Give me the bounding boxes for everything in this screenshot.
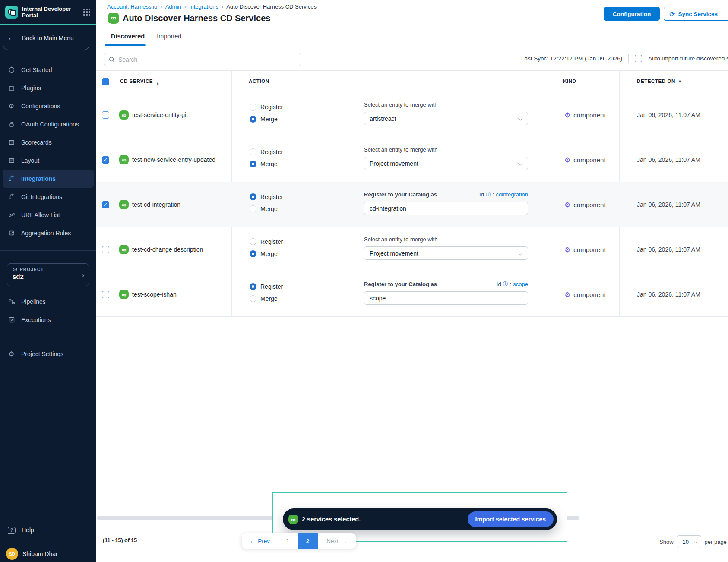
merge-option[interactable]: Merge (250, 205, 283, 212)
executions-icon (8, 316, 15, 324)
tab-imported[interactable]: Imported (157, 30, 181, 46)
radio-merge[interactable] (250, 161, 256, 167)
table-row: test-cd-integration Register Merge Regis… (96, 182, 728, 227)
configuration-button[interactable]: Configuration (604, 7, 660, 21)
git-integrations-icon (8, 193, 15, 201)
register-option[interactable]: Register (250, 104, 283, 111)
page-size-select[interactable]: 10 (677, 535, 701, 548)
merge-option[interactable]: Merge (250, 161, 283, 167)
avatar: SD (6, 548, 18, 560)
merge-entity-select[interactable]: Project movement (364, 157, 528, 170)
register-option[interactable]: Register (250, 148, 283, 155)
sidebar-item-project-settings[interactable]: ⚙ Project Settings (0, 345, 96, 363)
column-header-detected-on[interactable]: DETECTED ON▼ (637, 79, 682, 84)
merge-option[interactable]: Merge (250, 116, 283, 123)
radio-register[interactable] (250, 193, 256, 200)
register-option[interactable]: Register (250, 238, 283, 245)
sidebar-item-configurations[interactable]: ⚙ Configurations (0, 97, 96, 115)
service-name: test-scope-ishan (132, 291, 177, 298)
radio-register[interactable] (250, 148, 256, 155)
back-to-main-menu-button[interactable]: ← Back to Main Menu (3, 26, 89, 50)
merge-entity-select[interactable]: Project movement (364, 246, 528, 260)
sidebar-item-layout[interactable]: Layout (0, 152, 96, 170)
register-catalog-label: Register to your Catalog as (364, 191, 437, 198)
sidebar-item-aggregation-rules[interactable]: Aggregation Rules (0, 224, 96, 242)
page-2-button[interactable]: 2 (298, 533, 318, 549)
register-option[interactable]: Register (250, 283, 283, 290)
search-input[interactable] (118, 56, 297, 63)
breadcrumb-admin-link[interactable]: Admin (165, 3, 181, 10)
component-gear-icon: ⚙ (564, 290, 570, 299)
harness-cd-icon (108, 13, 119, 24)
row-checkbox[interactable] (102, 246, 109, 253)
per-page-label: per page (705, 539, 727, 545)
service-name: test-new-service-entry-updated (132, 156, 215, 163)
project-selector-card[interactable]: PROJECT sd2 › (7, 263, 89, 286)
harness-cd-icon (119, 200, 129, 209)
merge-option[interactable]: Merge (250, 250, 283, 257)
sidebar-item-scorecards[interactable]: Scorecards (0, 133, 96, 152)
service-name-cell: test-cd-change description (102, 227, 203, 272)
row-checkbox[interactable] (102, 111, 109, 119)
services-table: CD SERVICE▲▼ ACTION KIND DETECTED ON▼ te… (96, 70, 728, 316)
project-settings-icon: ⚙ (8, 350, 15, 358)
sidebar-item-pipelines[interactable]: Pipelines (0, 293, 96, 311)
chevron-down-icon (694, 540, 697, 543)
oauth-icon (8, 121, 15, 128)
auto-import-checkbox[interactable] (635, 55, 642, 62)
sidebar-item-git-integrations[interactable]: Git Integrations (0, 188, 96, 206)
action-radio-group: Register Merge (250, 104, 283, 123)
sidebar-item-oauth-configurations[interactable]: OAuth Configurations (0, 115, 96, 133)
page-1-button[interactable]: 1 (278, 533, 298, 549)
sidebar-divider (0, 338, 96, 338)
sidebar-item-get-started[interactable]: Get Started (0, 61, 96, 79)
search-icon (109, 57, 115, 63)
sidebar-item-plugins[interactable]: Plugins (0, 79, 96, 97)
sidebar-item-executions[interactable]: Executions (0, 311, 96, 329)
info-icon: ⓘ (503, 281, 508, 288)
id-line: Idⓘ : cdintegration (479, 191, 528, 198)
next-arrow-icon: → (341, 538, 347, 544)
row-checkbox[interactable] (102, 291, 109, 298)
scorecards-icon (8, 139, 15, 146)
help-button[interactable]: ? Help (0, 521, 96, 539)
catalog-name-input[interactable] (364, 291, 528, 305)
tab-bar: Discovered Imported (96, 30, 181, 46)
select-all-checkbox[interactable] (102, 78, 109, 85)
radio-merge[interactable] (250, 295, 256, 302)
row-checkbox[interactable] (102, 201, 109, 208)
user-menu[interactable]: SD Shibam Dhar (0, 545, 96, 562)
table-row: test-new-service-entry-updated Register … (96, 137, 728, 182)
sync-services-button[interactable]: ⟳ Sync Services (664, 7, 728, 21)
chevron-right-icon: › (82, 272, 84, 279)
row-checkbox[interactable] (102, 156, 109, 164)
merge-entity-select[interactable]: artistreact (364, 112, 528, 125)
action-radio-group: Register Merge (250, 238, 283, 257)
sidebar-item-integrations[interactable]: Integrations (3, 170, 94, 188)
merge-option[interactable]: Merge (250, 295, 283, 302)
radio-register[interactable] (250, 104, 256, 111)
radio-merge[interactable] (250, 205, 256, 212)
app-switcher-icon[interactable] (83, 9, 91, 16)
sidebar-item-url-allow-list[interactable]: URL Allow List (0, 206, 96, 224)
import-selected-services-button[interactable]: Import selected services (468, 511, 554, 527)
column-header-cd-service[interactable]: CD SERVICE▲▼ (120, 79, 159, 86)
radio-merge[interactable] (250, 116, 256, 123)
sort-desc-icon: ▼ (678, 79, 682, 84)
catalog-name-input[interactable] (364, 202, 528, 215)
breadcrumb-account-link[interactable]: Account: Harness.io (107, 3, 157, 10)
layout-icon (8, 157, 15, 164)
radio-register[interactable] (250, 238, 256, 245)
next-page-button[interactable]: Next → (318, 533, 356, 549)
search-box[interactable] (104, 53, 301, 66)
id-link[interactable]: scope (513, 281, 528, 287)
radio-register[interactable] (250, 283, 256, 290)
detected-on-cell: Jan 06, 2026, 11:07 AM (637, 137, 700, 182)
breadcrumb-integrations-link[interactable]: Integrations (189, 3, 218, 10)
radio-merge[interactable] (250, 250, 256, 257)
harness-cd-icon (119, 245, 129, 254)
id-link[interactable]: cdintegration (496, 191, 528, 198)
register-option[interactable]: Register (250, 193, 283, 200)
prev-page-button[interactable]: ← Prev (242, 533, 278, 549)
tab-discovered[interactable]: Discovered (111, 30, 145, 46)
